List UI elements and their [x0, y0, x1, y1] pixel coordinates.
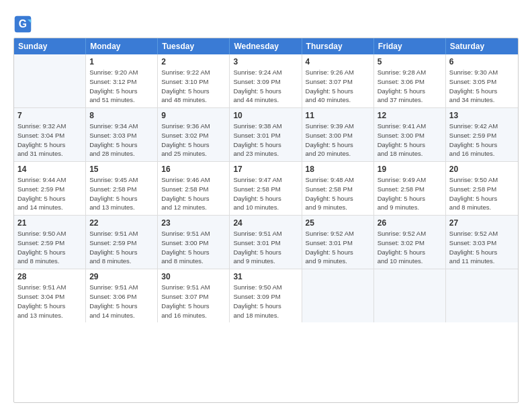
day-info: Sunrise: 9:51 AM Sunset: 3:01 PM Dayligh… [233, 229, 298, 266]
day-number: 31 [233, 272, 298, 281]
day-number: 29 [89, 272, 154, 281]
calendar-body: 1Sunrise: 9:20 AM Sunset: 3:12 PM Daylig… [14, 54, 518, 322]
empty-cell [374, 269, 446, 322]
day-number: 23 [161, 218, 226, 228]
day-16: 16Sunrise: 9:46 AM Sunset: 2:58 PM Dayli… [158, 162, 230, 215]
day-info: Sunrise: 9:50 AM Sunset: 2:59 PM Dayligh… [17, 229, 82, 266]
day-number: 13 [449, 111, 515, 120]
day-31: 31Sunrise: 9:50 AM Sunset: 3:09 PM Dayli… [230, 269, 302, 322]
day-number: 30 [161, 272, 226, 281]
day-info: Sunrise: 9:26 AM Sunset: 3:07 PM Dayligh… [306, 68, 370, 105]
day-info: Sunrise: 9:51 AM Sunset: 2:59 PM Dayligh… [89, 229, 154, 266]
day-info: Sunrise: 9:34 AM Sunset: 3:03 PM Dayligh… [89, 122, 154, 158]
day-info: Sunrise: 9:51 AM Sunset: 3:06 PM Dayligh… [89, 283, 154, 320]
day-info: Sunrise: 9:51 AM Sunset: 3:00 PM Dayligh… [161, 229, 226, 266]
day-3: 3Sunrise: 9:24 AM Sunset: 3:09 PM Daylig… [230, 54, 302, 107]
day-number: 21 [17, 218, 82, 228]
day-20: 20Sunrise: 9:50 AM Sunset: 2:58 PM Dayli… [446, 162, 518, 215]
day-info: Sunrise: 9:32 AM Sunset: 3:04 PM Dayligh… [17, 122, 82, 158]
day-19: 19Sunrise: 9:49 AM Sunset: 2:58 PM Dayli… [374, 162, 446, 215]
calendar-row: 21Sunrise: 9:50 AM Sunset: 2:59 PM Dayli… [14, 216, 518, 269]
day-number: 14 [17, 165, 82, 174]
day-number: 24 [233, 218, 298, 228]
day-24: 24Sunrise: 9:51 AM Sunset: 3:01 PM Dayli… [230, 216, 302, 269]
day-info: Sunrise: 9:42 AM Sunset: 2:59 PM Dayligh… [449, 122, 515, 158]
weekday-header: Tuesday [158, 38, 230, 54]
day-number: 1 [89, 57, 154, 66]
day-info: Sunrise: 9:44 AM Sunset: 2:59 PM Dayligh… [17, 175, 82, 212]
day-7: 7Sunrise: 9:32 AM Sunset: 3:04 PM Daylig… [14, 108, 86, 161]
day-number: 12 [378, 111, 442, 120]
day-number: 5 [378, 57, 442, 66]
day-info: Sunrise: 9:52 AM Sunset: 3:03 PM Dayligh… [449, 229, 515, 266]
day-27: 27Sunrise: 9:52 AM Sunset: 3:03 PM Dayli… [446, 216, 518, 269]
day-number: 27 [449, 218, 515, 228]
day-info: Sunrise: 9:52 AM Sunset: 3:01 PM Dayligh… [306, 229, 370, 266]
day-number: 4 [306, 57, 370, 66]
calendar-header: SundayMondayTuesdayWednesdayThursdayFrid… [14, 38, 518, 54]
day-info: Sunrise: 9:41 AM Sunset: 3:00 PM Dayligh… [378, 122, 442, 158]
day-12: 12Sunrise: 9:41 AM Sunset: 3:00 PM Dayli… [374, 108, 446, 161]
calendar-row: 28Sunrise: 9:51 AM Sunset: 3:04 PM Dayli… [14, 269, 518, 322]
day-14: 14Sunrise: 9:44 AM Sunset: 2:59 PM Dayli… [14, 162, 86, 215]
day-2: 2Sunrise: 9:22 AM Sunset: 3:10 PM Daylig… [158, 54, 230, 107]
weekday-header: Saturday [446, 38, 518, 54]
day-number: 19 [378, 165, 442, 174]
weekday-header: Friday [374, 38, 446, 54]
svg-text:G: G [19, 18, 27, 30]
day-info: Sunrise: 9:30 AM Sunset: 3:05 PM Dayligh… [449, 68, 515, 105]
day-number: 16 [161, 165, 226, 174]
logo-icon: G [13, 15, 32, 34]
day-info: Sunrise: 9:39 AM Sunset: 3:00 PM Dayligh… [306, 122, 370, 158]
day-info: Sunrise: 9:51 AM Sunset: 3:04 PM Dayligh… [17, 283, 82, 320]
day-10: 10Sunrise: 9:38 AM Sunset: 3:01 PM Dayli… [230, 108, 302, 161]
day-17: 17Sunrise: 9:47 AM Sunset: 2:58 PM Dayli… [230, 162, 302, 215]
day-number: 15 [89, 165, 154, 174]
day-info: Sunrise: 9:46 AM Sunset: 2:58 PM Dayligh… [161, 175, 226, 212]
day-6: 6Sunrise: 9:30 AM Sunset: 3:05 PM Daylig… [446, 54, 518, 107]
page: G SundayMondayTuesdayWednesdayThursdayFr… [0, 0, 532, 411]
day-info: Sunrise: 9:51 AM Sunset: 3:07 PM Dayligh… [161, 283, 226, 320]
day-number: 2 [161, 57, 226, 66]
day-22: 22Sunrise: 9:51 AM Sunset: 2:59 PM Dayli… [86, 216, 158, 269]
weekday-header: Monday [86, 38, 158, 54]
day-number: 6 [449, 57, 515, 66]
day-18: 18Sunrise: 9:48 AM Sunset: 2:58 PM Dayli… [302, 162, 374, 215]
weekday-header: Thursday [302, 38, 374, 54]
day-info: Sunrise: 9:52 AM Sunset: 3:02 PM Dayligh… [378, 229, 442, 266]
calendar-row: 1Sunrise: 9:20 AM Sunset: 3:12 PM Daylig… [14, 54, 518, 108]
day-30: 30Sunrise: 9:51 AM Sunset: 3:07 PM Dayli… [158, 269, 230, 322]
day-info: Sunrise: 9:38 AM Sunset: 3:01 PM Dayligh… [233, 122, 298, 158]
logo: G [13, 15, 34, 34]
day-number: 25 [306, 218, 370, 228]
day-13: 13Sunrise: 9:42 AM Sunset: 2:59 PM Dayli… [446, 108, 518, 161]
empty-cell [14, 54, 86, 107]
day-5: 5Sunrise: 9:28 AM Sunset: 3:06 PM Daylig… [374, 54, 446, 107]
day-info: Sunrise: 9:28 AM Sunset: 3:06 PM Dayligh… [378, 68, 442, 105]
day-info: Sunrise: 9:36 AM Sunset: 3:02 PM Dayligh… [161, 122, 226, 158]
day-number: 18 [306, 165, 370, 174]
day-info: Sunrise: 9:24 AM Sunset: 3:09 PM Dayligh… [233, 68, 298, 105]
day-info: Sunrise: 9:50 AM Sunset: 2:58 PM Dayligh… [449, 175, 515, 212]
day-25: 25Sunrise: 9:52 AM Sunset: 3:01 PM Dayli… [302, 216, 374, 269]
day-info: Sunrise: 9:49 AM Sunset: 2:58 PM Dayligh… [378, 175, 442, 212]
day-number: 28 [17, 272, 82, 281]
day-number: 7 [17, 111, 82, 120]
day-number: 8 [89, 111, 154, 120]
day-11: 11Sunrise: 9:39 AM Sunset: 3:00 PM Dayli… [302, 108, 374, 161]
day-1: 1Sunrise: 9:20 AM Sunset: 3:12 PM Daylig… [86, 54, 158, 107]
weekday-header: Wednesday [230, 38, 302, 54]
calendar-row: 7Sunrise: 9:32 AM Sunset: 3:04 PM Daylig… [14, 108, 518, 162]
calendar: SundayMondayTuesdayWednesdayThursdayFrid… [13, 38, 519, 403]
weekday-header: Sunday [14, 38, 86, 54]
day-number: 3 [233, 57, 298, 66]
day-9: 9Sunrise: 9:36 AM Sunset: 3:02 PM Daylig… [158, 108, 230, 161]
day-number: 20 [449, 165, 515, 174]
day-21: 21Sunrise: 9:50 AM Sunset: 2:59 PM Dayli… [14, 216, 86, 269]
day-info: Sunrise: 9:20 AM Sunset: 3:12 PM Dayligh… [89, 68, 154, 105]
day-info: Sunrise: 9:48 AM Sunset: 2:58 PM Dayligh… [306, 175, 370, 212]
day-number: 17 [233, 165, 298, 174]
day-number: 11 [306, 111, 370, 120]
day-number: 26 [378, 218, 442, 228]
day-23: 23Sunrise: 9:51 AM Sunset: 3:00 PM Dayli… [158, 216, 230, 269]
